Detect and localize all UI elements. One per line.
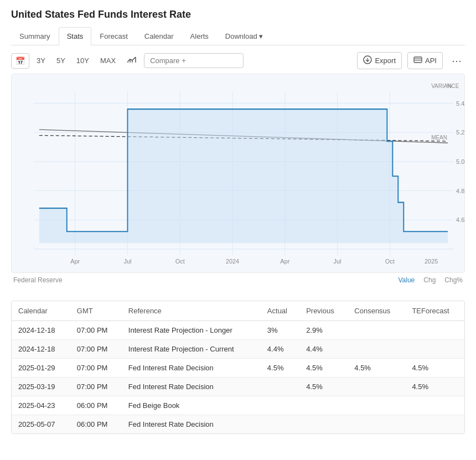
col-previous: Previous — [299, 301, 348, 321]
tab-bar: Summary Stats Forecast Calendar Alerts D… — [11, 27, 465, 45]
value-column-label: Value — [398, 276, 415, 284]
table-cell-0-5 — [348, 321, 405, 340]
table-cell-2-5: 4.5% — [348, 359, 405, 378]
export-icon — [363, 55, 372, 66]
tab-stats[interactable]: Stats — [59, 27, 92, 45]
col-consensus: Consensus — [348, 301, 405, 321]
tab-alerts[interactable]: Alerts — [182, 27, 217, 45]
table-cell-4-1: 06:00 PM — [70, 396, 122, 415]
table-cell-1-5 — [348, 340, 405, 359]
table-cell-0-0: 2024-12-18 — [12, 321, 70, 340]
svg-text:Jul: Jul — [334, 258, 342, 265]
table-cell-2-3: 4.5% — [261, 359, 299, 378]
svg-text:MEAN: MEAN — [431, 135, 447, 141]
table-row: 2025-05-0706:00 PMFed Interest Rate Deci… — [12, 415, 464, 434]
svg-text:Oct: Oct — [175, 258, 185, 265]
table-cell-5-0: 2025-05-07 — [12, 415, 70, 434]
table-cell-1-3: 4.4% — [261, 340, 299, 359]
table-cell-1-2: Interest Rate Projection - Current — [122, 340, 261, 359]
table-cell-4-4 — [299, 396, 348, 415]
tab-download[interactable]: Download ▾ — [217, 27, 271, 45]
table-cell-5-6 — [405, 415, 464, 434]
table-row: 2024-12-1807:00 PMInterest Rate Projecti… — [12, 340, 464, 359]
table-cell-3-0: 2025-03-19 — [12, 378, 70, 396]
svg-text:VARIANCE: VARIANCE — [431, 83, 459, 89]
svg-rect-1 — [414, 57, 422, 63]
chart-toolbar: 📅 3Y 5Y 10Y MAX — [11, 52, 465, 69]
table-cell-3-4: 4.5% — [299, 378, 348, 396]
table-cell-0-3: 3% — [261, 321, 299, 340]
more-button[interactable]: ⋯ — [448, 53, 465, 69]
svg-text:Apr: Apr — [70, 258, 80, 265]
table-cell-0-4: 2.9% — [299, 321, 348, 340]
chgpct-column-label: Chg% — [444, 276, 463, 284]
svg-text:Oct: Oct — [385, 258, 395, 265]
table-cell-5-1: 06:00 PM — [70, 415, 122, 434]
export-label: Export — [375, 56, 396, 65]
chart-source: Federal Reserve — [13, 276, 63, 284]
table-cell-2-0: 2025-01-29 — [12, 359, 70, 378]
table-cell-1-4: 4.4% — [299, 340, 348, 359]
api-icon — [413, 55, 422, 66]
col-calendar: Calendar — [12, 301, 70, 321]
col-reference: Reference — [122, 301, 261, 321]
table-row: 2024-12-1807:00 PMInterest Rate Projecti… — [12, 321, 464, 340]
period-10y-button[interactable]: 10Y — [73, 54, 93, 68]
table-cell-2-6: 4.5% — [405, 359, 464, 378]
table-cell-5-2: Fed Interest Rate Decision — [122, 415, 261, 434]
period-5y-button[interactable]: 5Y — [53, 54, 69, 68]
col-actual: Actual — [261, 301, 299, 321]
table-cell-4-2: Fed Beige Book — [122, 396, 261, 415]
table-cell-3-5 — [348, 378, 405, 396]
table-cell-2-4: 4.5% — [299, 359, 348, 378]
api-label: API — [425, 56, 437, 65]
svg-text:Jul: Jul — [123, 258, 131, 265]
table-row: 2025-01-2907:00 PMFed Interest Rate Deci… — [12, 359, 464, 378]
data-table: Calendar GMT Reference Actual Previous C… — [11, 301, 465, 434]
table-row: 2025-04-2306:00 PMFed Beige Book — [12, 396, 464, 415]
table-cell-4-6 — [405, 396, 464, 415]
svg-text:5.20: 5.20 — [456, 129, 464, 136]
table-cell-5-4 — [299, 415, 348, 434]
table-cell-1-0: 2024-12-18 — [12, 340, 70, 359]
table-cell-4-3 — [261, 396, 299, 415]
table-cell-0-1: 07:00 PM — [70, 321, 122, 340]
table-cell-1-6 — [405, 340, 464, 359]
calendar-icon: 📅 — [15, 56, 25, 65]
table-cell-0-6 — [405, 321, 464, 340]
svg-text:5.40: 5.40 — [456, 100, 464, 107]
table-cell-0-2: Interest Rate Projection - Longer — [122, 321, 261, 340]
tab-calendar[interactable]: Calendar — [136, 27, 182, 45]
svg-text:Apr: Apr — [280, 258, 289, 265]
svg-text:2025: 2025 — [425, 258, 438, 265]
svg-text:5.00: 5.00 — [456, 158, 464, 165]
table-row: 2025-03-1907:00 PMFed Interest Rate Deci… — [12, 378, 464, 396]
chart-footer: Federal Reserve Value Chg Chg% — [11, 273, 465, 290]
page-title: United States Fed Funds Interest Rate — [11, 9, 465, 20]
table-cell-5-5 — [348, 415, 405, 434]
table-cell-3-3 — [261, 378, 299, 396]
col-teforecast: TEForecast — [405, 301, 464, 321]
tab-forecast[interactable]: Forecast — [91, 27, 136, 45]
export-button[interactable]: Export — [357, 52, 402, 69]
api-button[interactable]: API — [407, 52, 443, 69]
table-cell-2-1: 07:00 PM — [70, 359, 122, 378]
svg-text:4.80: 4.80 — [456, 188, 464, 194]
table-cell-3-2: Fed Interest Rate Decision — [122, 378, 261, 396]
col-gmt: GMT — [70, 301, 122, 321]
table-cell-3-6: 4.5% — [405, 378, 464, 396]
table-cell-1-1: 07:00 PM — [70, 340, 122, 359]
chg-column-label: Chg — [423, 276, 436, 284]
chart-area: 5.40 5.20 5.00 4.80 4.60 % VARIANCE MEAN… — [11, 74, 465, 273]
chart-type-button[interactable] — [123, 53, 141, 68]
calendar-button[interactable]: 📅 — [11, 53, 29, 69]
compare-input[interactable] — [144, 53, 244, 68]
svg-text:2024: 2024 — [226, 258, 239, 265]
table-cell-2-2: Fed Interest Rate Decision — [122, 359, 261, 378]
table-cell-5-3 — [261, 415, 299, 434]
table-cell-4-0: 2025-04-23 — [12, 396, 70, 415]
period-3y-button[interactable]: 3Y — [33, 54, 49, 68]
period-max-button[interactable]: MAX — [96, 54, 120, 68]
table-cell-4-5 — [348, 396, 405, 415]
tab-summary[interactable]: Summary — [11, 27, 59, 45]
